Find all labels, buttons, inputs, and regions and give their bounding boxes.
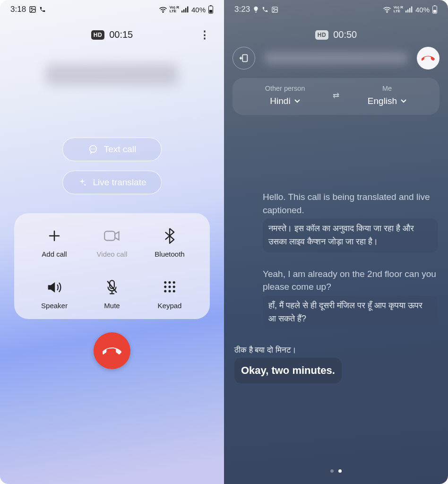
- add-call-button[interactable]: Add call: [26, 227, 83, 258]
- hd-badge: HD: [91, 30, 104, 40]
- svg-rect-8: [210, 5, 212, 6]
- bluetooth-icon: [164, 227, 175, 244]
- call-duration: 00:15: [109, 29, 133, 40]
- original-text: ठीक है बया दो मिनट।: [234, 345, 342, 356]
- transcript: Hello. This call is being translated and…: [234, 190, 438, 383]
- svg-point-14: [168, 281, 171, 284]
- me-language-selector[interactable]: Me English: [339, 85, 435, 106]
- translate-header: [233, 47, 439, 69]
- plus-icon: [47, 227, 61, 244]
- svg-rect-30: [434, 5, 436, 6]
- swap-languages-button[interactable]: ⇄: [333, 91, 339, 101]
- svg-point-21: [173, 290, 175, 293]
- battery-icon: [208, 5, 214, 14]
- svg-point-1: [31, 8, 33, 9]
- svg-rect-9: [209, 10, 212, 13]
- svg-rect-28: [411, 7, 412, 13]
- caller-name-redacted: [265, 52, 407, 64]
- svg-rect-6: [187, 7, 188, 13]
- svg-rect-27: [409, 8, 410, 13]
- translated-text: नमस्ते। इस कॉल का अनुवाद किया जा रहा है …: [263, 218, 438, 252]
- gallery-icon: [29, 6, 36, 13]
- speaker-icon: [46, 279, 62, 296]
- svg-rect-4: [183, 9, 184, 12]
- transcript-message: Yeah, I am already on the 2nd floor can …: [263, 268, 438, 329]
- original-text: Hello. This call is being translated and…: [263, 190, 438, 216]
- status-time: 3:23: [234, 5, 250, 14]
- svg-rect-32: [242, 55, 247, 62]
- video-icon: [104, 227, 120, 244]
- svg-point-20: [168, 290, 171, 293]
- mute-icon: [105, 279, 119, 296]
- lte-indicator: Vo) RLTE: [394, 6, 403, 13]
- chat-bubble-icon: [88, 144, 98, 155]
- gallery-icon: [271, 6, 278, 13]
- call-duration: 00:50: [333, 29, 357, 40]
- original-text: Yeah, I am already on the 2nd floor can …: [263, 268, 438, 294]
- svg-point-23: [273, 8, 275, 9]
- more-icon[interactable]: ⋮: [199, 29, 210, 41]
- phone-translate-screen: 3:23 Vo) RLTE 40% HD: [224, 0, 448, 484]
- other-language-selector[interactable]: Other person Hindi: [237, 85, 333, 106]
- end-call-button[interactable]: [417, 47, 439, 69]
- status-bar: 3:23 Vo) RLTE 40%: [224, 0, 448, 16]
- live-translate-label: Live translate: [93, 177, 146, 188]
- svg-point-17: [168, 285, 171, 288]
- page-dot-active[interactable]: [338, 469, 342, 473]
- phone-call-screen: 3:18 Vo) RLTE 40% HD 00:15 ⋮: [0, 0, 224, 484]
- svg-rect-11: [104, 231, 115, 240]
- hd-badge: HD: [315, 30, 328, 40]
- svg-point-16: [164, 285, 166, 288]
- signal-icon: [405, 6, 413, 13]
- chevron-down-icon: [401, 99, 406, 103]
- page-indicator: [224, 469, 448, 473]
- svg-point-18: [173, 285, 175, 288]
- language-panel: Other person Hindi ⇄ Me English: [233, 78, 439, 115]
- svg-rect-25: [405, 10, 406, 12]
- bluetooth-button[interactable]: Bluetooth: [141, 227, 198, 258]
- mute-button[interactable]: Mute: [83, 279, 141, 310]
- call-header: HD 00:50: [224, 29, 448, 40]
- translated-text: Okay, two minutes.: [234, 358, 342, 383]
- phone-icon: [39, 6, 46, 13]
- video-call-button[interactable]: Video call: [83, 227, 141, 258]
- end-call-button[interactable]: [94, 332, 130, 369]
- svg-point-19: [164, 290, 166, 293]
- call-controls: Add call Video call Bluetooth Speaker Mu…: [14, 213, 210, 319]
- battery-text: 40%: [191, 6, 206, 14]
- svg-rect-3: [181, 10, 182, 12]
- svg-point-2: [163, 12, 164, 13]
- text-call-label: Text call: [104, 144, 137, 155]
- signal-icon: [181, 6, 189, 13]
- bulb-icon: [253, 6, 259, 13]
- call-header: HD 00:15 ⋮: [0, 29, 224, 40]
- text-call-button[interactable]: Text call: [62, 138, 162, 161]
- sparkle-icon: [78, 178, 87, 187]
- page-dot[interactable]: [330, 469, 334, 473]
- translated-text: हाँ, मैं पहले से ही दूसरी मंजिल पर हूँ आ…: [263, 295, 438, 329]
- battery-text: 40%: [415, 6, 430, 14]
- hangup-icon: [422, 52, 435, 65]
- keypad-icon: [163, 279, 176, 296]
- status-bar: 3:18 Vo) RLTE 40%: [0, 0, 224, 16]
- svg-point-13: [164, 281, 166, 284]
- wifi-icon: [159, 6, 167, 13]
- speaker-button[interactable]: Speaker: [26, 279, 83, 310]
- live-translate-button[interactable]: Live translate: [62, 171, 162, 194]
- caller-name-redacted: [46, 64, 178, 86]
- collapse-button[interactable]: [233, 47, 255, 69]
- keypad-button[interactable]: Keypad: [141, 279, 198, 310]
- transcript-message: Hello. This call is being translated and…: [263, 190, 438, 252]
- phone-icon: [262, 6, 268, 13]
- svg-rect-31: [433, 10, 436, 13]
- hangup-icon: [103, 341, 121, 360]
- battery-icon: [432, 5, 438, 14]
- status-time: 3:18: [10, 5, 26, 14]
- chevron-down-icon: [294, 99, 300, 103]
- transcript-message: ठीक है बया दो मिनट। Okay, two minutes.: [234, 345, 342, 384]
- svg-rect-26: [407, 9, 408, 12]
- wifi-icon: [383, 6, 391, 13]
- svg-point-24: [387, 12, 388, 13]
- svg-point-15: [173, 281, 175, 284]
- lte-indicator: Vo) RLTE: [170, 6, 179, 13]
